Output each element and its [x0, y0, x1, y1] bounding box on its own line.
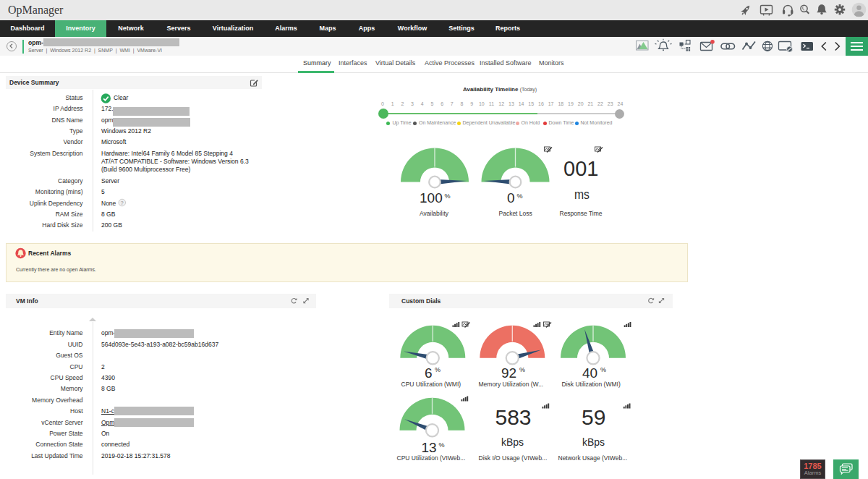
- svg-text:?: ?: [121, 200, 124, 205]
